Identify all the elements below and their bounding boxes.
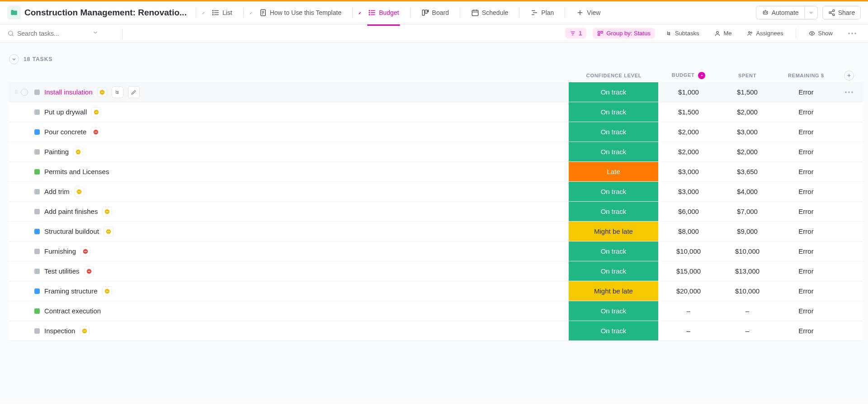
priority-badge[interactable] xyxy=(91,107,101,117)
more-button[interactable] xyxy=(844,31,861,36)
share-button[interactable]: Share xyxy=(822,6,861,19)
task-name-cell[interactable]: Test utilities xyxy=(31,266,568,276)
task-row[interactable]: Test utilitiesOn track$15,000$13,000Erro… xyxy=(9,261,863,281)
remaining-cell[interactable]: Error xyxy=(777,227,835,235)
budget-cell[interactable]: $3,000 xyxy=(659,168,718,175)
status-square[interactable] xyxy=(34,229,40,234)
budget-cell[interactable]: $1,500 xyxy=(659,108,718,116)
spent-cell[interactable]: $10,000 xyxy=(718,247,777,255)
spent-cell[interactable]: $3,650 xyxy=(718,168,777,175)
task-row[interactable]: Pour concreteOn track$2,000$3,000Error xyxy=(9,122,863,142)
status-square[interactable] xyxy=(34,209,40,214)
task-name-cell[interactable]: Inspection xyxy=(31,326,568,336)
select-circle[interactable] xyxy=(21,89,28,96)
priority-badge[interactable] xyxy=(97,87,107,97)
header-remaining[interactable]: REMAINING $ xyxy=(777,73,835,78)
spent-cell[interactable]: – xyxy=(718,327,777,335)
assignees-button[interactable]: Assignees xyxy=(742,28,788,38)
spent-cell[interactable]: $2,000 xyxy=(718,108,777,116)
budget-cell[interactable]: – xyxy=(659,327,718,335)
budget-cell[interactable]: $2,000 xyxy=(659,148,718,156)
header-spent[interactable]: SPENT xyxy=(718,73,777,78)
collapse-toggle[interactable] xyxy=(9,54,19,64)
add-column-button[interactable] xyxy=(844,71,854,80)
confidence-cell[interactable]: On track xyxy=(568,202,659,221)
group-by-pill[interactable]: Group by: Status xyxy=(593,28,655,38)
confidence-cell[interactable]: On track xyxy=(568,301,659,321)
budget-cell[interactable]: $6,000 xyxy=(659,208,718,215)
task-name-cell[interactable]: Furnishing xyxy=(31,246,568,256)
task-name-cell[interactable]: Pour concrete xyxy=(31,127,568,137)
remaining-cell[interactable]: Error xyxy=(777,168,835,175)
spent-cell[interactable]: $1,500 xyxy=(718,88,777,96)
confidence-cell[interactable]: Late xyxy=(568,162,659,181)
page-title[interactable]: Construction Management: Renovatio... xyxy=(24,8,187,18)
tab-budget[interactable]: Budget xyxy=(363,6,404,19)
tab-schedule[interactable]: Schedule xyxy=(466,6,514,19)
remaining-cell[interactable]: Error xyxy=(777,128,835,136)
status-square[interactable] xyxy=(34,109,40,115)
priority-badge[interactable] xyxy=(80,246,90,256)
budget-cell[interactable]: $10,000 xyxy=(659,247,718,255)
remaining-cell[interactable]: Error xyxy=(777,208,835,215)
remaining-cell[interactable]: Error xyxy=(777,148,835,156)
header-confidence[interactable]: CONFIDENCE LEVEL xyxy=(569,73,659,78)
status-square[interactable] xyxy=(34,269,40,274)
status-square[interactable] xyxy=(34,189,40,194)
budget-cell[interactable]: $15,000 xyxy=(659,267,718,275)
show-button[interactable]: Show xyxy=(804,28,837,38)
task-row[interactable]: Add trimOn track$3,000$4,000Error xyxy=(9,182,863,202)
task-row[interactable]: PaintingOn track$2,000$2,000Error xyxy=(9,142,863,162)
tab-list[interactable]: List xyxy=(206,6,238,19)
filter-pill[interactable]: 1 xyxy=(565,28,586,38)
task-row[interactable]: Structural buildoutMight be late$8,000$9… xyxy=(9,222,863,241)
status-square[interactable] xyxy=(34,308,40,314)
task-name-cell[interactable]: Install insulation xyxy=(31,86,568,98)
spent-cell[interactable]: $7,000 xyxy=(718,208,777,215)
status-square[interactable] xyxy=(34,149,40,155)
spent-cell[interactable]: $13,000 xyxy=(718,267,777,275)
task-name-cell[interactable]: Permits and Licenses xyxy=(31,168,568,175)
priority-badge[interactable] xyxy=(74,187,84,197)
task-row[interactable]: Put up drywallOn track$1,500$2,000Error xyxy=(9,102,863,122)
spent-cell[interactable]: $4,000 xyxy=(718,188,777,195)
search-input[interactable] xyxy=(17,30,90,37)
task-name-cell[interactable]: Framing structure xyxy=(31,286,568,296)
chevron-down-icon[interactable] xyxy=(92,29,99,37)
status-square[interactable] xyxy=(34,169,40,175)
confidence-cell[interactable]: Might be late xyxy=(568,222,659,241)
task-row[interactable]: Permits and LicensesLate$3,000$3,650Erro… xyxy=(9,162,863,182)
budget-cell[interactable]: $2,000 xyxy=(659,128,718,136)
budget-cell[interactable]: $20,000 xyxy=(659,287,718,295)
remaining-cell[interactable]: Error xyxy=(777,108,835,116)
folder-icon[interactable] xyxy=(7,6,21,19)
search-box[interactable] xyxy=(7,29,116,37)
priority-badge[interactable] xyxy=(102,286,112,296)
task-name-cell[interactable]: Structural buildout xyxy=(31,227,568,236)
remaining-cell[interactable]: Error xyxy=(777,327,835,335)
confidence-cell[interactable]: On track xyxy=(568,102,659,122)
confidence-cell[interactable]: On track xyxy=(568,261,659,281)
priority-badge[interactable] xyxy=(102,207,112,217)
confidence-cell[interactable]: On track xyxy=(568,142,659,161)
spent-cell[interactable]: – xyxy=(718,307,777,315)
priority-badge[interactable] xyxy=(104,227,113,236)
header-budget[interactable]: BUDGET xyxy=(659,72,718,79)
confidence-cell[interactable]: On track xyxy=(568,182,659,201)
status-square[interactable] xyxy=(34,288,40,294)
status-square[interactable] xyxy=(34,129,40,135)
task-name-cell[interactable]: Add trim xyxy=(31,187,568,197)
status-square[interactable] xyxy=(34,249,40,254)
row-more[interactable] xyxy=(835,91,863,93)
priority-badge[interactable] xyxy=(84,266,94,276)
me-button[interactable]: Me xyxy=(710,28,736,38)
budget-cell[interactable]: $1,000 xyxy=(659,88,718,96)
subtask-action[interactable] xyxy=(112,86,123,98)
budget-cell[interactable]: $8,000 xyxy=(659,227,718,235)
task-row[interactable]: Contract executionOn track––Error xyxy=(9,301,863,321)
confidence-cell[interactable]: On track xyxy=(568,82,659,102)
status-square[interactable] xyxy=(34,90,40,95)
remaining-cell[interactable]: Error xyxy=(777,287,835,295)
status-square[interactable] xyxy=(34,328,40,334)
spent-cell[interactable]: $2,000 xyxy=(718,148,777,156)
